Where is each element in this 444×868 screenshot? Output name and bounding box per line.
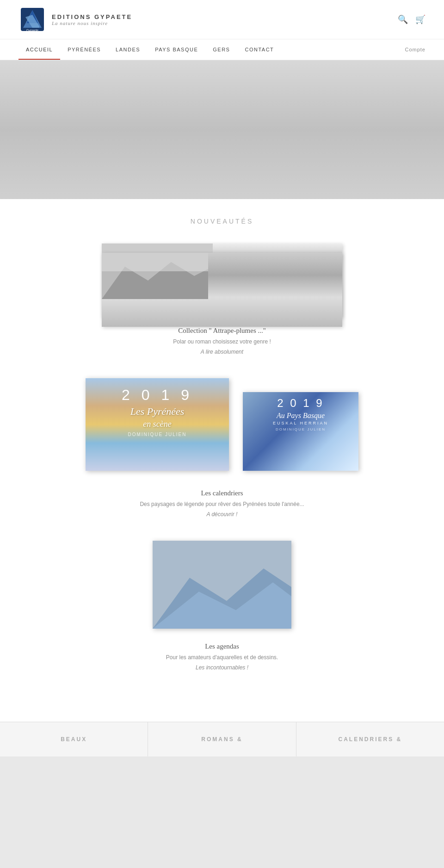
bottom-cat-romans[interactable]: ROMANS & xyxy=(148,722,296,756)
logo-area[interactable]: Gypaete EDITIONS GYPAETE La nature nous … xyxy=(18,6,132,33)
logo-subtitle: La nature nous inspire xyxy=(52,20,132,26)
cal-cover-main-2: 2 0 1 9 Les Pyrénéesen scène DOMINIQUE J… xyxy=(86,378,229,471)
bottom-cat-calendriers-label: CALENDRIERS & xyxy=(306,736,435,743)
header-icons: 🔍 🛒 xyxy=(398,14,426,25)
nouveautes-title: NOUVEAUTÉS xyxy=(28,218,416,225)
nav-item-landes[interactable]: LANDES xyxy=(108,39,148,60)
cal-images-2: 2 0 1 9 Les Pyrénéesen scène DOMINIQUE J… xyxy=(86,378,358,480)
cal-cover-second-2: 2 0 1 9 Au Pays Basque EUSKAL HERRIAN DO… xyxy=(243,392,358,471)
product-title-1: Collection " Attrape-plumes ..." xyxy=(178,327,266,335)
search-icon[interactable]: 🔍 xyxy=(398,14,408,25)
cart-icon[interactable]: 🛒 xyxy=(415,14,426,25)
logo-text: EDITIONS GYPAETE La nature nous inspire xyxy=(52,13,132,26)
nav-item-accueil[interactable]: ACCUEIL xyxy=(18,39,60,60)
main-content: NOUVEAUTÉS xyxy=(0,199,444,722)
svg-text:Gypaete: Gypaete xyxy=(26,29,39,32)
book-images-1 xyxy=(102,244,342,318)
product-card-attrape-plumes: Collection " Attrape-plumes ..." Polar o… xyxy=(28,244,416,355)
product-link-3[interactable]: Les incontournables ! xyxy=(196,664,248,671)
product-title-3: Les agendas xyxy=(205,643,239,650)
product-link-2[interactable]: A découvrir ! xyxy=(207,511,238,518)
bottom-categories: BEAUX ROMANS & CALENDRIERS & xyxy=(0,722,444,756)
product-card-calendriers: 2 0 1 9 Les Pyrénéesen scène DOMINIQUE J… xyxy=(28,378,416,518)
nav-item-contact[interactable]: CONTACT xyxy=(237,39,281,60)
bottom-cat-romans-label: ROMANS & xyxy=(157,736,286,743)
nav-item-compte[interactable]: Compte xyxy=(405,39,426,60)
nav-item-pyrenees[interactable]: PYRÉNÉES xyxy=(60,39,108,60)
product-desc-1: Polar ou roman choisissez votre genre ! xyxy=(173,338,271,345)
product-desc-2: Des paysages de légende pour rêver des P… xyxy=(140,501,304,507)
agenda-cover-3 xyxy=(153,541,291,629)
product-card-agendas: Les agendas Pour les amateurs d'aquarell… xyxy=(28,541,416,671)
nav-item-pays-basque[interactable]: PAYS BASQUE xyxy=(148,39,205,60)
bottom-cat-beaux-label: BEAUX xyxy=(9,736,138,743)
bottom-cat-beaux[interactable]: BEAUX xyxy=(0,722,148,756)
header: Gypaete EDITIONS GYPAETE La nature nous … xyxy=(0,0,444,39)
main-nav: ACCUEIL PYRÉNÉES LANDES PAYS BASQUE GERS… xyxy=(0,39,444,60)
book-cover-second-1 xyxy=(102,253,342,327)
agenda-images-3 xyxy=(92,541,352,633)
product-link-1[interactable]: A lire absolument xyxy=(201,349,243,355)
product-desc-3: Pour les amateurs d'aquarelles et de des… xyxy=(166,654,278,661)
product-title-2: Les calendriers xyxy=(201,489,243,497)
logo-icon: Gypaete xyxy=(18,6,46,33)
nav-item-gers[interactable]: GERS xyxy=(205,39,237,60)
logo-title: EDITIONS GYPAETE xyxy=(52,13,132,20)
svg-rect-14 xyxy=(102,253,208,271)
hero-banner xyxy=(0,60,444,199)
bottom-cat-calendriers[interactable]: CALENDRIERS & xyxy=(296,722,444,756)
